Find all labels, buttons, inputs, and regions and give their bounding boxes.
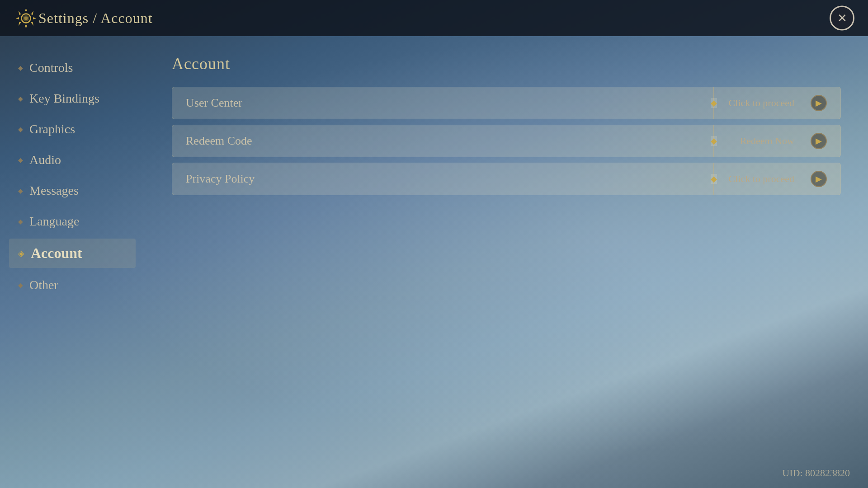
sidebar-item-key-bindings[interactable]: ◆Key Bindings — [9, 85, 136, 112]
header-title: Settings / Account — [38, 10, 153, 27]
row-divider — [713, 87, 714, 119]
svg-point-2 — [24, 16, 28, 20]
sidebar-item-label-language: Language — [29, 214, 79, 229]
sidebar-item-other[interactable]: ◆Other — [9, 272, 136, 299]
row-action-text-user-center: Click to proceed — [729, 97, 794, 109]
diamond-icon: ◆ — [18, 126, 23, 133]
setting-row-label-privacy-policy: Privacy Policy — [186, 172, 709, 186]
sidebar-item-label-account: Account — [31, 245, 82, 262]
row-arrow-redeem-code[interactable]: ▶ — [811, 133, 827, 149]
row-action-text-redeem-code: Redeem Now — [740, 135, 794, 147]
diamond-icon: ◆ — [18, 218, 23, 225]
diamond-icon: ◈ — [18, 249, 24, 258]
row-divider — [713, 125, 714, 157]
header-bar: Settings / Account ✕ — [0, 0, 868, 36]
row-action-text-privacy-policy: Click to proceed — [729, 173, 794, 185]
sidebar-item-graphics[interactable]: ◆Graphics — [9, 116, 136, 143]
setting-row-label-user-center: User Center — [186, 96, 709, 110]
row-action-section-redeem-code: Redeem Now▶ — [709, 133, 827, 149]
sidebar-item-label-messages: Messages — [29, 183, 79, 198]
row-divider — [713, 163, 714, 195]
diamond-icon: ◆ — [18, 282, 23, 289]
diamond-icon: ◆ — [18, 64, 23, 72]
main-area: ◆Controls◆Key Bindings◆Graphics◆Audio◆Me… — [0, 36, 868, 488]
setting-row-privacy-policy[interactable]: Privacy PolicyClick to proceed▶ — [172, 163, 841, 195]
sidebar-item-label-controls: Controls — [29, 61, 73, 75]
row-action-section-privacy-policy: Click to proceed▶ — [709, 171, 827, 187]
setting-row-label-redeem-code: Redeem Code — [186, 134, 709, 148]
sidebar-item-language[interactable]: ◆Language — [9, 208, 136, 235]
diamond-icon: ◆ — [18, 156, 23, 164]
row-action-section-user-center: Click to proceed▶ — [709, 95, 827, 111]
sidebar-item-label-audio: Audio — [29, 153, 61, 167]
setting-row-redeem-code[interactable]: Redeem CodeRedeem Now▶ — [172, 125, 841, 157]
sidebar-item-label-other: Other — [29, 278, 58, 292]
diamond-icon: ◆ — [18, 95, 23, 103]
content-title: Account — [172, 54, 841, 73]
uid-display: UID: 802823820 — [782, 467, 850, 479]
content-area: Account User CenterClick to proceed▶Rede… — [145, 36, 868, 488]
row-arrow-privacy-policy[interactable]: ▶ — [811, 171, 827, 187]
sidebar-item-label-key-bindings: Key Bindings — [29, 91, 99, 106]
gear-icon — [14, 6, 38, 31]
sidebar-item-account[interactable]: ◈Account — [9, 239, 136, 268]
row-arrow-user-center[interactable]: ▶ — [811, 95, 827, 111]
setting-row-user-center[interactable]: User CenterClick to proceed▶ — [172, 87, 841, 119]
sidebar-item-label-graphics: Graphics — [29, 122, 75, 136]
sidebar-item-controls[interactable]: ◆Controls — [9, 54, 136, 81]
sidebar: ◆Controls◆Key Bindings◆Graphics◆Audio◆Me… — [0, 36, 145, 488]
sidebar-item-messages[interactable]: ◆Messages — [9, 177, 136, 204]
diamond-icon: ◆ — [18, 187, 23, 195]
close-button[interactable]: ✕ — [830, 6, 854, 31]
sidebar-item-audio[interactable]: ◆Audio — [9, 146, 136, 174]
